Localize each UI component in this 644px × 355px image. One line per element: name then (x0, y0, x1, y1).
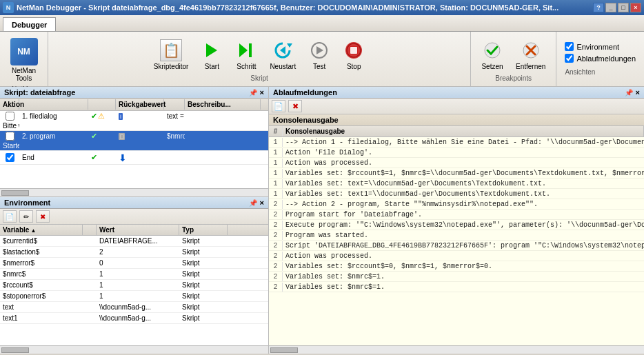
ablaufmeldungen-checkbox[interactable] (565, 54, 574, 63)
log-num-14: 2 (269, 283, 283, 292)
ablauf-pin-icon[interactable]: 📌 (625, 89, 633, 97)
log-row-12: 2 Variables set: $rccount$=0, $nmrc$=1, … (269, 261, 644, 272)
env-scroll-thumb[interactable] (1, 347, 29, 353)
env-row-currentid[interactable]: $currentid$ DATEIABFRAGE... Skript (0, 236, 268, 247)
row-check-2[interactable] (0, 131, 19, 141)
env-row-lastaction[interactable]: $lastaction$ 2 Skript (0, 247, 268, 258)
row-checkbox-2[interactable] (6, 132, 14, 141)
script-row-filedialog[interactable]: 1. filedialog ✔ ⚠ i text = \\docun... Bi… (0, 111, 268, 131)
env-row-nmerror[interactable]: $nmerror$ 0 Skript (0, 258, 268, 269)
log-row-6: 2 --> Action 2 - program, Starte ""%nmwi… (269, 199, 644, 210)
env-close-icon[interactable]: × (260, 199, 264, 207)
row-checkbox-1[interactable] (6, 112, 14, 121)
schritt-button[interactable]: Schritt (230, 36, 262, 74)
log-scroll-thumb[interactable] (270, 347, 298, 353)
env-delete-button[interactable]: ✖ (36, 210, 50, 223)
row-icon-1: i (116, 112, 164, 121)
row-status-3: ✔ (88, 152, 116, 163)
env-row-stoponerror[interactable]: $stoponerror$ 1 Skript (0, 291, 268, 302)
row-checkbox-3[interactable] (6, 153, 14, 162)
env-new-button[interactable]: 📄 (3, 210, 17, 223)
entfernen-button[interactable]: Entfernen (511, 36, 550, 74)
script-col-headers: Aktion Rückgabewert Beschreibu... (0, 99, 268, 111)
log-num-4: 1 (269, 179, 283, 188)
col-header-4 (164, 99, 185, 110)
toolbar-group-skript-label: Skript (250, 74, 268, 83)
start-button[interactable]: Start (196, 36, 228, 74)
log-text-4: Variables set: text=\\docunm5ad-ger\Docu… (283, 179, 644, 188)
tab-debugger[interactable]: Debugger (3, 17, 56, 31)
log-row-3: 1 Variables set: $rccount$=1, $nmrc$=\\d… (269, 168, 644, 179)
ablauf-clear-button[interactable]: ✖ (288, 100, 302, 112)
log-num-1: 1 (269, 148, 283, 157)
status-yellow-1: ⚠ (98, 112, 105, 121)
script-table: Aktion Rückgabewert Beschreibu... 1. fil… (0, 99, 268, 188)
maximize-button[interactable]: □ (618, 3, 629, 12)
env-row-text[interactable]: text \\docunm5ad-g... Skript (0, 302, 268, 313)
environment-checkbox[interactable] (565, 42, 574, 51)
title-bar-text: NetMan Debugger - Skript dateiabfrage_db… (17, 3, 559, 12)
svg-rect-2 (249, 43, 252, 57)
status-green-1: ✔ (91, 112, 97, 121)
log-text-13: Variables set: $nmrc$=1. (283, 272, 644, 281)
log-rows: 1 --> Action 1 - filedialog, Bitte wähle… (269, 137, 644, 292)
env-edit-button[interactable]: ✏ (19, 210, 33, 223)
stop-label: Stop (347, 63, 361, 70)
ablauf-close-icon[interactable]: × (636, 88, 640, 97)
log-row-0: 1 --> Action 1 - filedialog, Bitte wähle… (269, 137, 644, 148)
script-panel-title: Skript: dateiabfrage (4, 88, 75, 97)
script-row-end[interactable]: End ✔ ⬇ (0, 151, 268, 165)
log-text-9: Program was started. (283, 231, 644, 240)
test-button[interactable]: Test (303, 36, 335, 74)
log-text-10: Script 'DATEIABFRAGE_DBG_4FE4619BB778232… (283, 241, 644, 250)
env-typ-nmrc: Skript (179, 270, 228, 278)
toolbar-netman-inner: NM NetManTools (6, 34, 43, 85)
env-sep-text (83, 307, 97, 308)
row-check-3[interactable] (0, 152, 19, 163)
netman-tools-button[interactable]: NM NetManTools (6, 34, 43, 85)
ablauf-copy-button[interactable]: 📄 (272, 100, 285, 112)
env-pin-icon[interactable]: 📌 (249, 199, 257, 207)
log-col-headers: # Konsolenausgabe (269, 126, 644, 137)
script-pin-icon[interactable]: 📌 (249, 89, 257, 97)
row-check-1[interactable] (0, 111, 19, 121)
neustart-button[interactable]: Neustart (265, 36, 301, 74)
help-icon[interactable]: ? (593, 3, 604, 12)
env-sep-rccount (83, 285, 97, 286)
title-bar-controls[interactable]: ? _ □ × (593, 3, 641, 12)
start-label: Start (205, 63, 219, 70)
env-wert-stoponerror: 1 (97, 292, 179, 301)
ablauf-toolbar: 📄 ✖ (269, 99, 644, 114)
stop-button[interactable]: Stop (338, 36, 370, 74)
schritt-icon (235, 39, 257, 61)
row-status-1: ✔ ⚠ (88, 111, 116, 121)
env-var-lastaction: $lastaction$ (0, 247, 83, 256)
left-panel: Skript: dateiabfrage 📌 × Aktion Rückgabe… (0, 87, 269, 354)
neustart-label: Neustart (270, 63, 296, 70)
toolbar: NM NetManTools NetMan 📋 Skripteditor St (0, 32, 644, 87)
minimize-button[interactable]: _ (605, 3, 616, 12)
log-num-10: 2 (269, 241, 283, 250)
toolbar-group-ansichten: Environment Ablaufmeldungen Ansichten (556, 32, 644, 86)
skripteditor-icon: 📋 (160, 39, 182, 61)
entfernen-label: Entfernen (516, 63, 545, 70)
env-row-nmrc[interactable]: $nmrc$ 1 Skript (0, 269, 268, 280)
row-desc-text-2: Starte "%%... (0, 141, 19, 150)
env-row-rccount[interactable]: $rccount$ 1 Skript (0, 280, 268, 291)
title-bar: N NetMan Debugger - Skript dateiabfrage_… (0, 0, 644, 15)
log-col-text: Konsolenausgabe (283, 126, 644, 136)
environment-label: Environment (576, 43, 619, 51)
ablaufmeldungen-label: Ablaufmeldungen (576, 54, 636, 63)
environment-panel: Environment 📌 × 📄 ✏ ✖ Variable ▲ Wert Ty… (0, 197, 268, 354)
env-h-scrollbar[interactable] (0, 345, 268, 354)
script-row-program[interactable]: 2. program ✔ □ $nmrc$ = 1 Starte "%%... (0, 131, 268, 151)
script-h-scrollbar[interactable] (0, 188, 268, 196)
scroll-thumb[interactable] (1, 190, 29, 196)
setzen-button[interactable]: Setzen (476, 36, 508, 74)
skripteditor-button[interactable]: 📋 Skripteditor (149, 36, 194, 74)
close-button[interactable]: × (630, 3, 641, 12)
script-close-icon[interactable]: × (260, 88, 264, 97)
log-h-scrollbar[interactable] (269, 345, 644, 354)
env-row-text1[interactable]: text1 \\docunm5ad-g... Skript (0, 313, 268, 324)
env-col-sep (83, 225, 97, 235)
